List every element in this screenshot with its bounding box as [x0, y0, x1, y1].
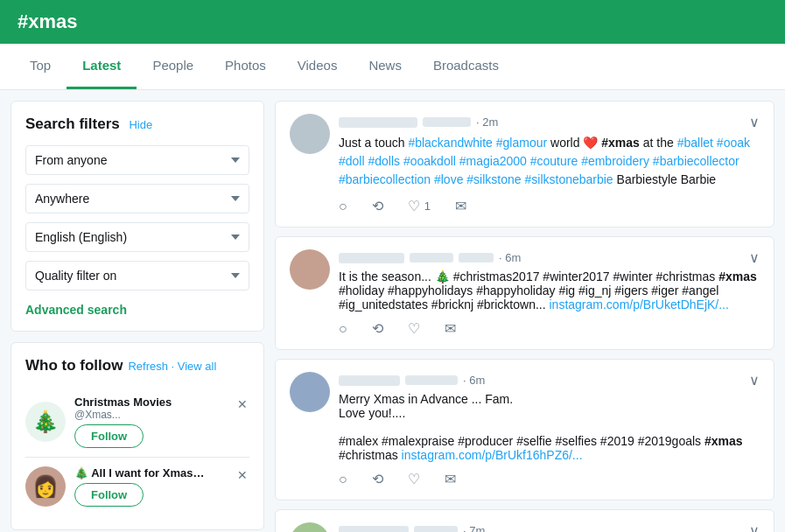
username-blurred — [339, 375, 400, 386]
username-blurred — [339, 253, 404, 263]
follow-item: 👩 🎄 All I want for Xmas is ... Follow ✕ — [25, 458, 249, 515]
reply-icon: ○ — [339, 321, 347, 337]
dm-icon: ✉ — [445, 471, 456, 487]
avatar: 👩 — [25, 466, 66, 507]
dm-icon: ✉ — [455, 198, 466, 214]
avatar — [290, 114, 330, 154]
dm-action[interactable]: ✉ — [445, 471, 456, 487]
reply-icon: ○ — [339, 199, 347, 214]
avatar — [290, 372, 330, 412]
tweet-card: · 6m ∨ Merry Xmas in Advance ... Fam. Lo… — [275, 359, 774, 500]
follow-info: Christmas Movies @Xmas... Follow — [74, 396, 249, 448]
who-to-follow-title: Who to follow Refresh · View all — [25, 357, 249, 374]
tweet-time: · 2m — [476, 116, 498, 129]
follow-name: Christmas Movies — [74, 396, 206, 409]
follow-info: 🎄 All I want for Xmas is ... Follow — [74, 466, 249, 507]
reply-action[interactable]: ○ — [339, 198, 347, 214]
tab-news[interactable]: News — [353, 44, 417, 89]
page-title: #xmas — [18, 10, 78, 32]
follow-handle: @Xmas... — [74, 409, 249, 421]
close-follow-2[interactable]: ✕ — [235, 466, 249, 484]
refresh-link[interactable]: Refresh — [128, 360, 168, 373]
who-to-follow-card: Who to follow Refresh · View all 🎄 Chris… — [11, 342, 264, 530]
chevron-down-icon[interactable]: ∨ — [749, 114, 760, 130]
follow-button-1[interactable]: Follow — [74, 424, 144, 448]
tweet-card: · 7m ∨ Day 12 Advent Running Dairy 📝 fro… — [275, 509, 774, 532]
sidebar: Search filters Hide From anyone Anywhere… — [11, 101, 264, 532]
reply-action[interactable]: ○ — [339, 471, 347, 487]
tweet-card: · 6m ∨ It is the season... 🎄 #christmas2… — [275, 236, 774, 350]
retweet-action[interactable]: ⟲ — [372, 198, 383, 214]
tweet-actions: ○ ⟲ ♡ 1 ✉ — [339, 198, 760, 214]
avatar — [290, 522, 330, 532]
handle-blurred-2 — [459, 253, 494, 262]
chevron-down-icon[interactable]: ∨ — [749, 372, 760, 388]
location-filter-select[interactable]: Anywhere — [25, 184, 249, 214]
close-follow-1[interactable]: ✕ — [235, 396, 249, 413]
like-action[interactable]: ♡ — [408, 471, 420, 487]
tweet-body: Just a touch #blackandwhite #glamour wor… — [339, 134, 760, 189]
main-layout: Search filters Hide From anyone Anywhere… — [0, 90, 785, 532]
retweet-icon: ⟲ — [372, 471, 383, 487]
follow-name: 🎄 All I want for Xmas is ... — [74, 466, 206, 480]
avatar — [290, 249, 330, 290]
retweet-icon: ⟲ — [372, 198, 383, 214]
tab-broadcasts[interactable]: Broadcasts — [417, 44, 515, 89]
like-icon: ♡ — [408, 320, 420, 337]
username-blurred — [339, 526, 409, 533]
tab-people[interactable]: People — [137, 44, 209, 89]
handle-blurred — [405, 375, 458, 385]
filters-title: Search filters Hide — [25, 116, 249, 133]
handle-blurred — [414, 526, 458, 532]
dm-action[interactable]: ✉ — [445, 320, 456, 337]
like-action[interactable]: ♡ 1 — [408, 198, 431, 214]
chevron-down-icon[interactable]: ∨ — [749, 249, 760, 266]
dm-icon: ✉ — [445, 320, 456, 337]
tab-videos[interactable]: Videos — [282, 44, 354, 89]
page-header: #xmas — [0, 0, 785, 44]
like-icon: ♡ — [408, 198, 420, 214]
tab-photos[interactable]: Photos — [209, 44, 282, 89]
tweet-time: · 6m — [463, 374, 485, 387]
retweet-icon: ⟲ — [372, 320, 383, 337]
reply-action[interactable]: ○ — [339, 320, 347, 337]
retweet-action[interactable]: ⟲ — [372, 471, 383, 487]
tab-latest[interactable]: Latest — [67, 44, 137, 89]
tweet-actions: ○ ⟲ ♡ ✉ — [339, 320, 760, 337]
reply-icon: ○ — [339, 472, 347, 487]
tweet-time: · 6m — [499, 251, 521, 264]
username-blurred — [339, 117, 417, 128]
dm-action[interactable]: ✉ — [455, 198, 466, 214]
tab-bar: Top Latest People Photos Videos News Bro… — [0, 44, 785, 90]
chevron-down-icon[interactable]: ∨ — [749, 522, 760, 532]
search-filters-card: Search filters Hide From anyone Anywhere… — [11, 101, 264, 332]
view-all-link[interactable]: View all — [178, 360, 217, 373]
tab-top[interactable]: Top — [14, 44, 67, 89]
tweet-card: · 2m ∨ Just a touch #blackandwhite #glam… — [275, 101, 774, 228]
follow-item: 🎄 Christmas Movies @Xmas... Follow ✕ — [25, 387, 249, 458]
tweet-feed: · 2m ∨ Just a touch #blackandwhite #glam… — [275, 101, 774, 532]
tweet-body: It is the season... 🎄 #christmas2017 #wi… — [339, 270, 760, 312]
tweet-time: · 7m — [463, 524, 485, 532]
from-filter-select[interactable]: From anyone — [25, 145, 249, 175]
like-icon: ♡ — [408, 471, 420, 487]
tweet-body: Merry Xmas in Advance ... Fam. Love you!… — [339, 392, 760, 462]
avatar: 🎄 — [25, 402, 66, 442]
handle-blurred — [423, 117, 471, 127]
handle-blurred — [410, 253, 453, 262]
quality-filter-select[interactable]: Quality filter on — [25, 261, 249, 290]
follow-button-2[interactable]: Follow — [74, 483, 144, 507]
retweet-action[interactable]: ⟲ — [372, 320, 383, 337]
hide-filters-link[interactable]: Hide — [129, 118, 152, 131]
language-filter-select[interactable]: English (English) — [25, 222, 249, 252]
like-action[interactable]: ♡ — [408, 320, 420, 337]
advanced-search-link[interactable]: Advanced search — [25, 303, 249, 317]
tweet-actions: ○ ⟲ ♡ ✉ — [339, 471, 760, 487]
